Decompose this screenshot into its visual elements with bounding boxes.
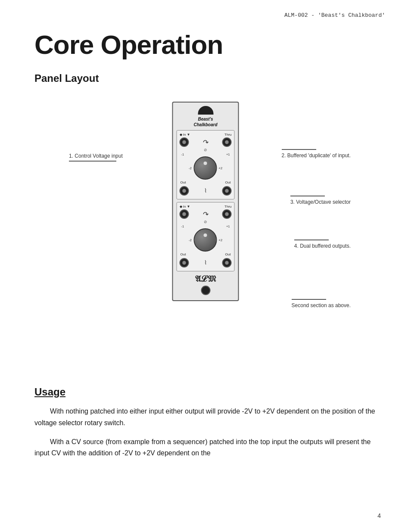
jack-inner-thru-2 (225, 212, 229, 216)
header-label: ALM-002 - 'Beast's Chalkboard' (284, 12, 385, 19)
ann-right-2-text: 3. Voltage/Octave selector (290, 199, 351, 205)
section2-in-jack (180, 209, 189, 219)
usage-title: Usage (34, 386, 377, 398)
section1-out-labels: Out x Out (180, 180, 232, 184)
jack-inner-thru (225, 140, 229, 144)
section1-jacks-row: ↷ (180, 137, 232, 147)
jack-inner-ol (182, 189, 187, 193)
module-footer-logo: 𝔄ℒ𝔐 (177, 274, 235, 284)
usage-paragraph-2: With a CV source (from example from a se… (34, 436, 377, 459)
zero-symbol-2: ⊘ (180, 220, 232, 224)
section2-thru-jack (222, 209, 232, 219)
section1-top-labels: ◆ In ▼ Thru (180, 133, 232, 137)
panel-layout-title: Panel Layout (34, 72, 377, 84)
page-number: 4 (377, 512, 381, 519)
usage-paragraph-1: With nothing patched into either input e… (34, 406, 377, 429)
jack-inner-ol-2 (182, 261, 187, 265)
module-section-1: ◆ In ▼ Thru ↷ (177, 130, 235, 199)
section1-in-jack (180, 137, 189, 147)
section2-knob (193, 228, 217, 252)
section2-plus2: +2 (218, 238, 222, 242)
usage-section: Usage With nothing patched into either i… (34, 386, 377, 459)
out-symbol-1: ⌇ (204, 187, 207, 194)
ann-left-1-text: 1. Control Voltage input (69, 153, 123, 159)
section1-out-row: ⌇ (180, 186, 232, 196)
section1-thru-jack (222, 137, 232, 147)
module-section-2: ◆ In ▼ Thru ↷ (177, 202, 235, 271)
section2-jacks-row: ↷ (180, 209, 232, 219)
section1-knob-row: -2 +2 (180, 156, 232, 180)
section1-knob (193, 156, 217, 180)
knob-dot-2 (203, 233, 207, 237)
section2-out-labels: Out x Out (180, 252, 232, 256)
section2-minus2: -2 (189, 238, 192, 242)
annotation-right-1: 2. Buffered 'duplicate' of input. (282, 149, 351, 159)
page-header: ALM-002 - 'Beast's Chalkboard' (284, 12, 385, 19)
section2-out-right-jack (222, 258, 232, 268)
jack-inner-2 (182, 212, 187, 216)
annotation-right-2: 3. Voltage/Octave selector (290, 196, 351, 205)
jack-inner-or-2 (225, 261, 229, 265)
module-bottom-jack (201, 286, 210, 295)
section1-out-right-jack (222, 186, 232, 196)
section1-plus2: +2 (218, 166, 222, 170)
ann-right-4-text: Second section as above. (292, 302, 351, 308)
section2-out-left-jack (180, 258, 189, 268)
ann-right-1-text: 2. Buffered 'duplicate' of input. (282, 152, 351, 159)
jack-inner-or (225, 189, 229, 193)
panel-layout-section: Panel Layout Beast'sChalkboard ◆ In ▼ (34, 72, 377, 364)
section1-knob-labels-top: -1 +1 (180, 152, 232, 156)
section2-knob-row: -2 +2 (180, 228, 232, 252)
annotation-right-4: Second section as above. (292, 299, 351, 309)
diagram-wrapper: Beast'sChalkboard ◆ In ▼ Thru (34, 97, 377, 364)
module-name-label: Beast'sChalkboard (177, 116, 235, 128)
section2-knob-labels-top: -1 +1 (180, 224, 232, 228)
out-symbol-2: ⌇ (204, 259, 207, 266)
zero-symbol-1: ⊘ (180, 148, 232, 152)
module-panel: Beast'sChalkboard ◆ In ▼ Thru (172, 102, 239, 301)
annotation-right-3: 4. Dual buffered outputs. (294, 240, 351, 249)
ann-right-3-text: 4. Dual buffered outputs. (294, 243, 351, 249)
section1-out-left-jack (180, 186, 189, 196)
jack-inner (182, 140, 187, 144)
section2-top-labels: ◆ In ▼ Thru (180, 205, 232, 208)
knob-dot-1 (203, 162, 207, 165)
section2-out-row: ⌇ (180, 258, 232, 268)
module-header-dot (198, 106, 213, 115)
section1-minus2: -2 (189, 166, 192, 170)
main-title: Core Operation (34, 30, 377, 59)
annotation-left-1: 1. Control Voltage input (69, 152, 123, 162)
